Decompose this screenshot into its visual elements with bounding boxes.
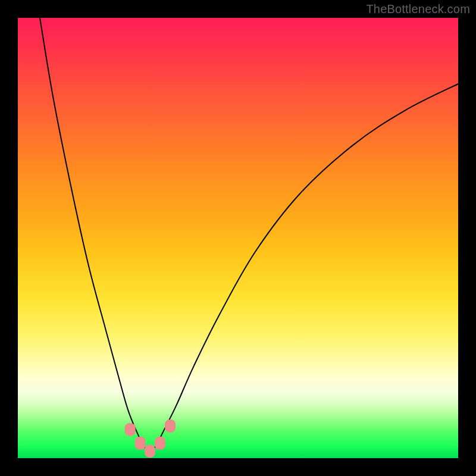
curve-marker: [135, 437, 146, 450]
plot-area: [18, 18, 458, 458]
curve-marker: [155, 437, 165, 450]
curve-marker: [165, 419, 176, 433]
watermark-text: TheBottleneck.com: [366, 2, 470, 16]
curve-markers: [125, 419, 176, 458]
bottleneck-curve-svg: [18, 18, 458, 458]
curve-marker: [145, 444, 155, 458]
chart-frame: TheBottleneck.com: [0, 0, 476, 476]
curve-marker: [125, 423, 136, 436]
bottleneck-curve: [40, 18, 458, 452]
